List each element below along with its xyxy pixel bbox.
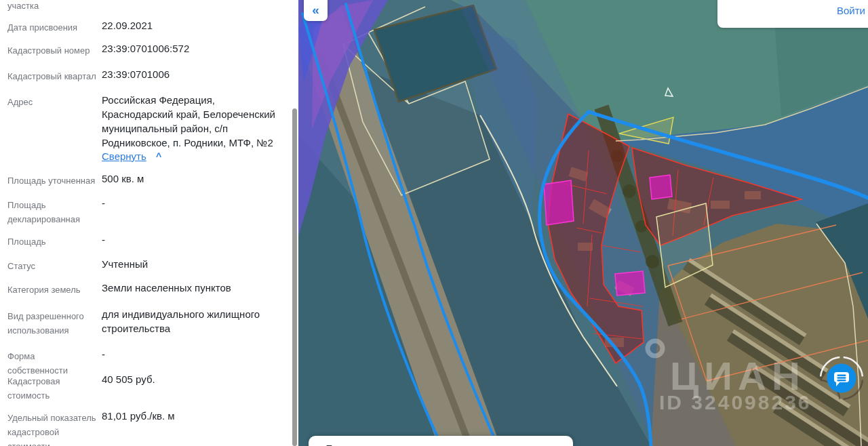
map-canvas[interactable]: ЦИАН ID 324098236 (298, 0, 868, 446)
row-label: Кадастровый квартал (7, 69, 97, 83)
row-label: Площадь декларированная (7, 198, 97, 226)
row-label: Кадастровый номер (7, 43, 97, 58)
chevron-up-icon: ^ (156, 151, 161, 162)
row-value: 40 505 руб. (102, 372, 289, 386)
property-info-panel: участка Дата присвоения 22.09.2021 Кадас… (0, 0, 298, 446)
legend-panel[interactable]: Легенда ^ (309, 436, 573, 446)
row-label: Категория земель (7, 283, 97, 297)
row-value: - (102, 196, 289, 210)
row-label: Адрес (7, 95, 97, 109)
row-label: Удельный показатель кадастровой стоимост… (7, 411, 97, 446)
row-value: Земли населенных пунктов (102, 281, 289, 295)
row-value: 500 кв. м (102, 171, 289, 186)
row-label: участка (7, 0, 97, 13)
row-value: 23:39:0701006:572 (102, 41, 289, 56)
row-label: Статус (7, 259, 97, 273)
row-label: Площадь уточненная (7, 174, 97, 188)
row-label: Кадастровая стоимость (7, 374, 97, 403)
collapse-link-label[interactable]: Свернуть (102, 150, 146, 162)
login-button[interactable]: Войти (717, 0, 868, 28)
row-value: 81,01 руб./кв. м (102, 409, 289, 423)
row-label: Форма собственности (7, 349, 97, 378)
double-chevron-left-icon: « (312, 3, 319, 21)
collapse-address-link[interactable]: Свернуть ^ (102, 150, 161, 162)
row-value: Российская Федерация, Краснодарский край… (102, 93, 289, 150)
sidebar-collapse-button[interactable]: « (304, 0, 328, 21)
row-label: Площадь (7, 235, 97, 249)
row-value: - (102, 232, 289, 247)
row-value: - (102, 347, 289, 361)
row-label: Дата присвоения (7, 20, 97, 35)
login-button-label: Войти (837, 5, 865, 16)
row-value: 23:39:0701006 (102, 67, 289, 81)
watermark-id: ID 324098236 (659, 391, 812, 413)
row-label: Вид разрешенного использования (7, 309, 97, 338)
row-value: для индивидуального жилищного строительс… (102, 307, 289, 336)
row-value: Учтенный (102, 257, 289, 271)
row-value: 22.09.2021 (102, 18, 289, 33)
sidebar-scrollbar[interactable] (292, 108, 297, 446)
